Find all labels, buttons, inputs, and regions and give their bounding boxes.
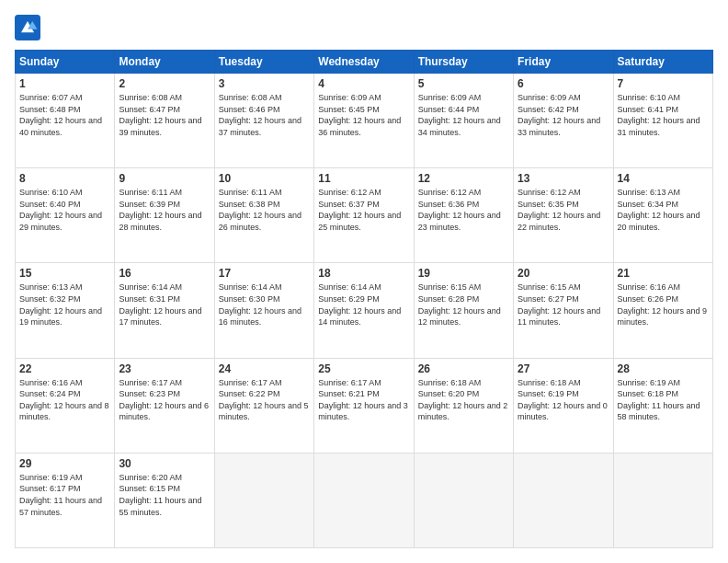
day-info: Sunrise: 6:18 AMSunset: 6:19 PMDaylight:… [518, 377, 609, 423]
day-number: 9 [119, 172, 210, 185]
calendar-table: SundayMondayTuesdayWednesdayThursdayFrid… [15, 50, 713, 548]
day-cell-7: 7 Sunrise: 6:10 AMSunset: 6:41 PMDayligh… [613, 74, 712, 168]
day-number: 19 [418, 267, 509, 280]
day-info: Sunrise: 6:12 AMSunset: 6:35 PMDaylight:… [518, 187, 609, 233]
day-info: Sunrise: 6:18 AMSunset: 6:20 PMDaylight:… [418, 377, 509, 423]
day-number: 14 [618, 172, 709, 185]
day-number: 27 [518, 362, 609, 375]
day-info: Sunrise: 6:08 AMSunset: 6:46 PMDaylight:… [219, 92, 310, 138]
day-info: Sunrise: 6:14 AMSunset: 6:30 PMDaylight:… [219, 282, 310, 327]
day-number: 11 [318, 172, 409, 185]
day-number: 5 [418, 77, 509, 90]
week-row-4: 22 Sunrise: 6:16 AMSunset: 6:24 PMDaylig… [16, 358, 713, 453]
day-cell-21: 21 Sunrise: 6:16 AMSunset: 6:26 PMDaylig… [613, 263, 712, 358]
day-info: Sunrise: 6:11 AMSunset: 6:39 PMDaylight:… [119, 187, 210, 233]
day-number: 22 [19, 362, 110, 375]
day-cell-3: 3 Sunrise: 6:08 AMSunset: 6:46 PMDayligh… [214, 74, 313, 168]
day-cell-9: 9 Sunrise: 6:11 AMSunset: 6:39 PMDayligh… [115, 168, 214, 263]
day-info: Sunrise: 6:09 AMSunset: 6:44 PMDaylight:… [418, 92, 509, 138]
day-cell-19: 19 Sunrise: 6:15 AMSunset: 6:28 PMDaylig… [414, 263, 513, 358]
day-number: 16 [119, 267, 210, 280]
day-info: Sunrise: 6:20 AMSunset: 6:15 PMDaylight:… [119, 472, 210, 518]
day-cell-25: 25 Sunrise: 6:17 AMSunset: 6:21 PMDaylig… [314, 358, 414, 453]
day-cell-5: 5 Sunrise: 6:09 AMSunset: 6:44 PMDayligh… [414, 74, 513, 168]
col-header-tuesday: Tuesday [214, 51, 313, 74]
day-number: 17 [219, 267, 310, 280]
day-cell-20: 20 Sunrise: 6:15 AMSunset: 6:27 PMDaylig… [514, 263, 613, 358]
day-number: 23 [119, 362, 210, 375]
col-header-sunday: Sunday [16, 51, 115, 74]
day-cell-23: 23 Sunrise: 6:17 AMSunset: 6:23 PMDaylig… [115, 358, 214, 453]
day-cell-15: 15 Sunrise: 6:13 AMSunset: 6:32 PMDaylig… [16, 263, 115, 358]
day-info: Sunrise: 6:14 AMSunset: 6:29 PMDaylight:… [318, 282, 409, 327]
week-row-5: 29 Sunrise: 6:19 AMSunset: 6:17 PMDaylig… [16, 453, 713, 547]
week-row-3: 15 Sunrise: 6:13 AMSunset: 6:32 PMDaylig… [16, 263, 713, 358]
day-info: Sunrise: 6:16 AMSunset: 6:26 PMDaylight:… [618, 282, 709, 327]
day-cell-18: 18 Sunrise: 6:14 AMSunset: 6:29 PMDaylig… [314, 263, 414, 358]
day-info: Sunrise: 6:07 AMSunset: 6:48 PMDaylight:… [19, 92, 110, 138]
empty-cell [214, 453, 313, 547]
day-cell-11: 11 Sunrise: 6:12 AMSunset: 6:37 PMDaylig… [314, 168, 414, 263]
day-number: 12 [418, 172, 509, 185]
day-number: 8 [19, 172, 110, 185]
col-header-thursday: Thursday [414, 51, 513, 74]
day-number: 2 [119, 77, 210, 90]
day-info: Sunrise: 6:14 AMSunset: 6:31 PMDaylight:… [119, 282, 210, 327]
day-number: 10 [219, 172, 310, 185]
logo-icon [15, 15, 40, 40]
day-number: 6 [518, 77, 609, 90]
day-cell-24: 24 Sunrise: 6:17 AMSunset: 6:22 PMDaylig… [214, 358, 313, 453]
day-cell-14: 14 Sunrise: 6:13 AMSunset: 6:34 PMDaylig… [613, 168, 712, 263]
logo [15, 15, 44, 40]
day-cell-29: 29 Sunrise: 6:19 AMSunset: 6:17 PMDaylig… [16, 453, 115, 547]
day-cell-26: 26 Sunrise: 6:18 AMSunset: 6:20 PMDaylig… [414, 358, 513, 453]
day-info: Sunrise: 6:12 AMSunset: 6:37 PMDaylight:… [318, 187, 409, 233]
col-header-saturday: Saturday [613, 51, 712, 74]
day-cell-2: 2 Sunrise: 6:08 AMSunset: 6:47 PMDayligh… [115, 74, 214, 168]
week-row-2: 8 Sunrise: 6:10 AMSunset: 6:40 PMDayligh… [16, 168, 713, 263]
day-cell-13: 13 Sunrise: 6:12 AMSunset: 6:35 PMDaylig… [514, 168, 613, 263]
header [15, 15, 713, 40]
day-info: Sunrise: 6:10 AMSunset: 6:41 PMDaylight:… [618, 92, 709, 138]
day-number: 3 [219, 77, 310, 90]
day-number: 30 [119, 457, 210, 470]
day-cell-4: 4 Sunrise: 6:09 AMSunset: 6:45 PMDayligh… [314, 74, 414, 168]
day-number: 26 [418, 362, 509, 375]
day-cell-27: 27 Sunrise: 6:18 AMSunset: 6:19 PMDaylig… [514, 358, 613, 453]
day-cell-30: 30 Sunrise: 6:20 AMSunset: 6:15 PMDaylig… [115, 453, 214, 547]
day-cell-28: 28 Sunrise: 6:19 AMSunset: 6:18 PMDaylig… [613, 358, 712, 453]
day-number: 24 [219, 362, 310, 375]
day-cell-8: 8 Sunrise: 6:10 AMSunset: 6:40 PMDayligh… [16, 168, 115, 263]
day-info: Sunrise: 6:19 AMSunset: 6:17 PMDaylight:… [19, 472, 110, 518]
day-info: Sunrise: 6:19 AMSunset: 6:18 PMDaylight:… [618, 377, 709, 423]
day-info: Sunrise: 6:13 AMSunset: 6:34 PMDaylight:… [618, 187, 709, 233]
day-cell-17: 17 Sunrise: 6:14 AMSunset: 6:30 PMDaylig… [214, 263, 313, 358]
page: SundayMondayTuesdayWednesdayThursdayFrid… [0, 0, 728, 563]
day-number: 25 [318, 362, 409, 375]
day-info: Sunrise: 6:08 AMSunset: 6:47 PMDaylight:… [119, 92, 210, 138]
day-info: Sunrise: 6:09 AMSunset: 6:42 PMDaylight:… [518, 92, 609, 138]
day-cell-22: 22 Sunrise: 6:16 AMSunset: 6:24 PMDaylig… [16, 358, 115, 453]
day-number: 15 [19, 267, 110, 280]
calendar-header-row: SundayMondayTuesdayWednesdayThursdayFrid… [16, 51, 713, 74]
day-number: 18 [318, 267, 409, 280]
day-number: 28 [618, 362, 709, 375]
col-header-monday: Monday [115, 51, 214, 74]
day-number: 13 [518, 172, 609, 185]
day-number: 4 [318, 77, 409, 90]
day-info: Sunrise: 6:15 AMSunset: 6:28 PMDaylight:… [418, 282, 509, 327]
day-number: 1 [19, 77, 110, 90]
day-info: Sunrise: 6:13 AMSunset: 6:32 PMDaylight:… [19, 282, 110, 327]
empty-cell [514, 453, 613, 547]
empty-cell [613, 453, 712, 547]
day-cell-10: 10 Sunrise: 6:11 AMSunset: 6:38 PMDaylig… [214, 168, 313, 263]
week-row-1: 1 Sunrise: 6:07 AMSunset: 6:48 PMDayligh… [16, 74, 713, 168]
col-header-friday: Friday [514, 51, 613, 74]
day-number: 20 [518, 267, 609, 280]
day-info: Sunrise: 6:17 AMSunset: 6:21 PMDaylight:… [318, 377, 409, 423]
day-cell-12: 12 Sunrise: 6:12 AMSunset: 6:36 PMDaylig… [414, 168, 513, 263]
day-info: Sunrise: 6:17 AMSunset: 6:22 PMDaylight:… [219, 377, 310, 423]
day-cell-1: 1 Sunrise: 6:07 AMSunset: 6:48 PMDayligh… [16, 74, 115, 168]
day-number: 29 [19, 457, 110, 470]
day-info: Sunrise: 6:15 AMSunset: 6:27 PMDaylight:… [518, 282, 609, 327]
